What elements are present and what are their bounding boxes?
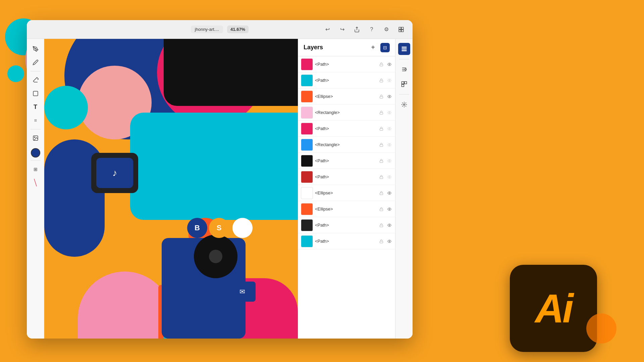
svg-point-5	[35, 48, 36, 49]
layers-panel-toggle[interactable]	[398, 43, 410, 55]
brush-tool[interactable]: ╱	[27, 174, 44, 191]
deco-teal-small	[7, 65, 24, 82]
layer-lock-7[interactable]	[378, 174, 384, 180]
layer-lock-2[interactable]	[378, 94, 384, 100]
svg-point-16	[389, 112, 390, 113]
image-tool[interactable]	[30, 132, 42, 144]
canvas-area[interactable]: ♪ B	[44, 39, 298, 339]
svg-rect-31	[380, 241, 383, 243]
eraser-tool[interactable]	[30, 74, 42, 86]
layer-item-8[interactable]: <Ellipse>	[298, 185, 395, 201]
layer-lock-10[interactable]	[378, 222, 384, 228]
layer-eye-5[interactable]	[386, 142, 392, 148]
svg-point-20	[389, 144, 390, 145]
transform-button[interactable]	[396, 25, 406, 34]
ai-logo-text: Ai	[535, 285, 572, 331]
app-window: jhonny-art.... 41.67% ↩ ↪ ? ⚙	[27, 20, 413, 339]
svg-rect-4	[401, 29, 404, 32]
layer-thumb-10	[301, 219, 313, 231]
svg-point-43	[403, 104, 405, 106]
grid-tool[interactable]: ⊞	[30, 163, 42, 175]
help-button[interactable]: ?	[367, 25, 376, 34]
art-s-badge: S	[209, 218, 229, 238]
layer-item-0[interactable]: <Path>	[298, 56, 395, 72]
svg-point-39	[405, 69, 407, 70]
art-black-circle-inner	[209, 250, 222, 263]
color-picker[interactable]	[31, 148, 40, 158]
zoom-badge[interactable]: 41.67%	[227, 25, 249, 33]
text-tool[interactable]: T	[30, 101, 42, 113]
svg-rect-23	[380, 177, 383, 179]
layer-eye-0[interactable]	[386, 61, 392, 67]
shape-tool[interactable]	[30, 87, 42, 100]
library-panel-toggle[interactable]	[398, 78, 410, 90]
layer-item-10[interactable]: <Path>	[298, 217, 395, 233]
layer-item-6[interactable]: <Path>	[298, 153, 395, 169]
svg-rect-15	[380, 112, 383, 114]
art-teal-large	[130, 113, 298, 220]
layer-eye-2[interactable]	[386, 94, 392, 100]
layer-eye-9[interactable]	[386, 206, 392, 212]
svg-rect-1	[399, 27, 401, 29]
settings-button[interactable]: ⚙	[382, 25, 391, 34]
layer-lock-8[interactable]	[378, 190, 384, 196]
pencil-tool[interactable]	[30, 56, 42, 68]
layer-name-1: <Path>	[315, 78, 376, 83]
layer-item-11[interactable]: <Path>	[298, 233, 395, 249]
layer-lock-0[interactable]	[378, 61, 384, 67]
layer-eye-10[interactable]	[386, 222, 392, 228]
layer-item-7[interactable]: <Path>	[298, 169, 395, 185]
properties-panel-toggle[interactable]	[398, 63, 410, 75]
right-divider-2	[399, 94, 409, 95]
svg-point-30	[389, 225, 390, 226]
tool-divider-2	[31, 129, 41, 129]
layer-thumb-8	[301, 187, 313, 199]
layer-eye-3[interactable]	[386, 110, 392, 116]
layers-menu-icon[interactable]: ⊟	[380, 43, 390, 52]
title-bar-center: jhonny-art.... 41.67%	[191, 25, 249, 33]
filename-badge: jhonny-art....	[191, 25, 223, 33]
layers-title: Layers	[304, 44, 366, 51]
layer-item-9[interactable]: <Ellipse>	[298, 201, 395, 217]
layer-item-5[interactable]: <Rectangle>	[298, 137, 395, 153]
layer-lock-6[interactable]	[378, 158, 384, 164]
svg-rect-25	[380, 193, 383, 195]
pen-tool[interactable]	[30, 43, 42, 55]
layer-lock-1[interactable]	[378, 77, 384, 83]
layer-eye-1[interactable]	[386, 77, 392, 83]
layer-lock-5[interactable]	[378, 142, 384, 148]
layer-thumb-2	[301, 90, 313, 103]
left-toolbar: T ⌗ ⊞ ╱	[27, 39, 44, 339]
arrange-panel-toggle[interactable]	[398, 99, 410, 111]
layer-item-2[interactable]: <Ellipse>	[298, 88, 395, 105]
layer-lock-11[interactable]	[378, 238, 384, 244]
svg-point-18	[389, 128, 390, 129]
layer-name-10: <Path>	[315, 223, 376, 228]
svg-point-12	[389, 80, 390, 81]
art-teal-circle-left	[44, 86, 88, 129]
layer-item-4[interactable]: <Path>	[298, 121, 395, 137]
share-button[interactable]	[352, 25, 362, 34]
svg-rect-21	[380, 161, 383, 163]
layer-thumb-9	[301, 203, 313, 215]
layer-name-6: <Path>	[315, 158, 376, 163]
svg-point-32	[389, 241, 390, 242]
layer-eye-4[interactable]	[386, 126, 392, 132]
layers-add-button[interactable]: +	[368, 43, 378, 52]
svg-rect-2	[401, 27, 404, 29]
undo-button[interactable]: ↩	[323, 25, 332, 34]
layer-lock-4[interactable]	[378, 126, 384, 132]
redo-button[interactable]: ↪	[337, 25, 347, 34]
layer-lock-3[interactable]	[378, 110, 384, 116]
art-b-badge: B	[187, 218, 207, 238]
layer-item-1[interactable]: <Path>	[298, 72, 395, 88]
crop-tool[interactable]: ⌗	[30, 114, 42, 126]
layer-eye-7[interactable]	[386, 174, 392, 180]
layer-eye-6[interactable]	[386, 158, 392, 164]
layer-eye-11[interactable]	[386, 238, 392, 244]
layer-lock-9[interactable]	[378, 206, 384, 212]
layer-item-3[interactable]: <Rectangle>	[298, 105, 395, 121]
svg-point-14	[389, 96, 390, 97]
layer-eye-8[interactable]	[386, 190, 392, 196]
svg-rect-9	[380, 64, 383, 66]
